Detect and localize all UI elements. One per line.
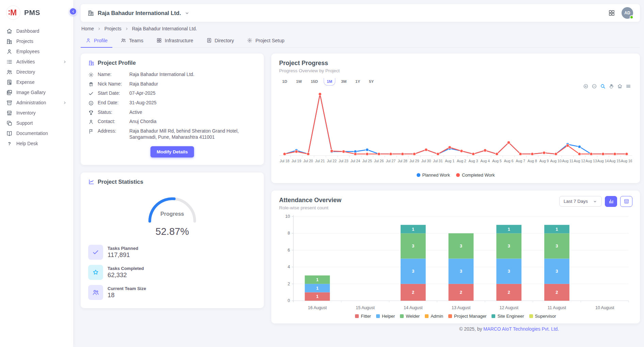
sidebar-item-employees[interactable]: Employees xyxy=(0,46,73,57)
svg-text:Aug 3: Aug 3 xyxy=(469,159,478,163)
user-avatar[interactable]: AD xyxy=(622,7,633,19)
svg-text:10 August: 10 August xyxy=(595,305,614,310)
sidebar-item-expense[interactable]: Expense xyxy=(0,77,73,87)
svg-text:Aug 4: Aug 4 xyxy=(480,159,490,163)
check-icon xyxy=(92,248,99,256)
book-icon xyxy=(6,130,13,137)
app-name: PMS xyxy=(24,9,40,17)
legend-project-manager[interactable]: Project Manager xyxy=(448,314,486,319)
zoom-in-icon[interactable] xyxy=(583,84,589,89)
page-tabs: Profile Teams Infrastructure Directory P… xyxy=(81,34,640,48)
sidebar-item-directory[interactable]: Directory xyxy=(0,67,73,77)
range-1d[interactable]: 1D xyxy=(279,78,290,86)
breadcrumb-projects[interactable]: Projects xyxy=(104,26,122,31)
progress-chart-legend: Planned Work Completed Work xyxy=(279,172,632,178)
legend-completed-work[interactable]: Completed Work xyxy=(456,172,495,178)
legend-helper[interactable]: Helper xyxy=(376,314,395,319)
legend-planned-work[interactable]: Planned Work xyxy=(417,172,450,178)
sidebar-item-support[interactable]: Support xyxy=(0,118,73,128)
bar-chart-icon xyxy=(608,198,614,204)
svg-text:Aug 6: Aug 6 xyxy=(504,159,514,163)
zoom-out-icon[interactable] xyxy=(592,84,597,89)
sidebar-item-projects[interactable]: Projects xyxy=(0,36,73,46)
chart-view-button[interactable] xyxy=(605,196,617,207)
store-icon xyxy=(6,110,13,116)
pan-icon[interactable] xyxy=(609,84,614,89)
field-value: Raja Bahadur International Ltd. xyxy=(129,72,256,78)
gallery-icon xyxy=(6,89,13,96)
field-label: Nick Name: xyxy=(98,81,126,88)
table-view-button[interactable] xyxy=(620,196,632,207)
svg-text:Aug 16: Aug 16 xyxy=(621,159,632,163)
svg-text:?: ? xyxy=(8,141,11,146)
reset-zoom-icon[interactable] xyxy=(617,84,623,89)
sidebar-item-image-gallary[interactable]: Image Gallary xyxy=(0,87,73,97)
svg-text:3: 3 xyxy=(412,269,414,274)
legend-admin[interactable]: Admin xyxy=(425,314,443,319)
range-1w[interactable]: 1W xyxy=(293,78,305,86)
profile-field: Name: Raja Bahadur International Ltd. xyxy=(88,72,256,78)
chevron-right-icon xyxy=(63,101,67,105)
sidebar-item-label: Documentation xyxy=(16,131,48,136)
legend-fitter[interactable]: Fitter xyxy=(355,314,371,319)
gauge-label: Progress xyxy=(140,211,205,217)
progress-card-subtitle: Progress Overview by Project xyxy=(279,68,632,73)
modify-details-button[interactable]: Modify Details xyxy=(150,146,194,157)
svg-text:1: 1 xyxy=(412,226,414,231)
svg-text:Aug 14: Aug 14 xyxy=(597,159,609,163)
tab-teams[interactable]: Teams xyxy=(116,34,148,48)
tab-profile[interactable]: Profile xyxy=(81,34,112,48)
date-range-value: Last 7 Days xyxy=(564,199,588,204)
sidebar-item-label: Projects xyxy=(16,39,33,44)
apps-grid-icon[interactable] xyxy=(608,9,615,17)
svg-text:Jul 20: Jul 20 xyxy=(303,159,313,163)
online-status-dot xyxy=(630,15,633,19)
sidebar-item-dashboard[interactable]: Dashboard xyxy=(0,26,73,36)
svg-text:Jul 18: Jul 18 xyxy=(280,159,289,163)
footer-company-link[interactable]: MARCO AIoT Technologies Pvt. Ltd. xyxy=(483,327,559,332)
sidebar-item-label: Activities xyxy=(16,59,35,64)
svg-text:Jul 24: Jul 24 xyxy=(351,159,360,163)
fingerprint-icon xyxy=(88,81,94,87)
company-name: Raja Bahadur International Ltd. xyxy=(98,10,181,16)
range-3m[interactable]: 3M xyxy=(338,78,350,86)
tab-project-setup[interactable]: Project Setup xyxy=(242,34,289,48)
svg-text:2: 2 xyxy=(412,290,414,295)
sidebar-item-activities[interactable]: Activities xyxy=(0,57,73,67)
range-5y[interactable]: 5Y xyxy=(366,78,377,86)
app-logo[interactable]: M PMS xyxy=(0,0,73,25)
range-1m[interactable]: 1M xyxy=(324,78,335,86)
sidebar-item-administration[interactable]: Administration xyxy=(0,97,73,108)
sidebar-collapse-button[interactable] xyxy=(69,7,77,15)
profile-field: Contact: Anuj Chordia xyxy=(88,119,256,125)
logo-mark-icon: M xyxy=(6,5,20,20)
chevron-left-icon xyxy=(71,10,75,14)
tab-infrastructure[interactable]: Infrastructure xyxy=(151,34,198,48)
field-label: Address: xyxy=(98,128,126,141)
svg-text:Jul 21: Jul 21 xyxy=(315,159,325,163)
sidebar-item-help-desk[interactable]: ? Help Desk xyxy=(0,138,73,149)
sidebar-item-documentation[interactable]: Documentation xyxy=(0,128,73,138)
range-1y[interactable]: 1Y xyxy=(352,78,363,86)
breadcrumb-home[interactable]: Home xyxy=(81,26,94,31)
company-selector[interactable]: Raja Bahadur International Ltd. xyxy=(87,10,190,16)
range-15d[interactable]: 15D xyxy=(308,78,321,86)
time-range-selector: 1D1W15D1M3M1Y5Y xyxy=(279,78,632,86)
project-profile-card: Project Profile Name: Raja Bahadur Inter… xyxy=(81,54,264,165)
breadcrumb-current: Raja Bahadur International Ltd. xyxy=(132,26,197,31)
chart-menu-icon[interactable] xyxy=(626,84,631,89)
legend-site-engineer[interactable]: Site Engineer xyxy=(492,314,524,319)
selection-zoom-icon[interactable] xyxy=(600,84,606,89)
svg-text:1: 1 xyxy=(316,285,319,290)
tab-directory[interactable]: Directory xyxy=(202,34,239,48)
sidebar-item-inventory[interactable]: Inventory xyxy=(0,108,73,118)
legend-welder[interactable]: Welder xyxy=(400,314,420,319)
field-label: Start Date: xyxy=(98,90,126,97)
field-label: Status: xyxy=(98,109,126,116)
date-range-select[interactable]: Last 7 Days xyxy=(559,196,602,207)
svg-text:Jul 28: Jul 28 xyxy=(398,159,407,163)
chevron-down-icon xyxy=(593,199,597,204)
svg-text:0: 0 xyxy=(288,298,290,303)
svg-text:3: 3 xyxy=(460,243,462,248)
legend-supervisor[interactable]: Supervisor xyxy=(529,314,556,319)
